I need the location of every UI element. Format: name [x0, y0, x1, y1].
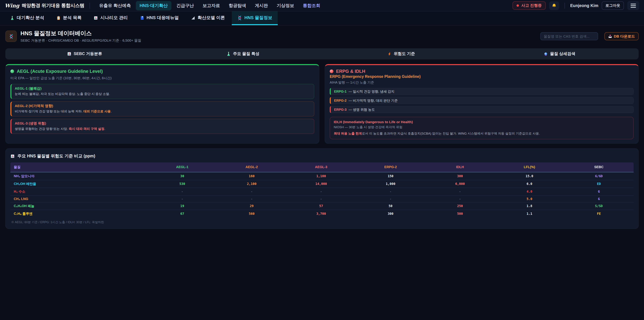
module-tab-bar: 대기확산 분석분석 목록시나리오 관리HNS 대응매뉴얼확산모델 이론HNS 물…	[0, 12, 644, 26]
aegl-panel-title: AEGL (Acute Exposure Guideline Level)	[10, 69, 314, 74]
main-menu-item[interactable]: 보고자료	[199, 1, 224, 10]
erpg-level-list: ERPG-1— 일시적 건강 영향, 냄새 감지ERPG-2— 비가역적 영향,…	[330, 88, 634, 113]
substance-value: 3,700	[286, 210, 356, 217]
table-footnote: ※ AEGL: 60분 기준 / ERPG: 1시간 노출 / IDLH: 30…	[11, 220, 634, 224]
substance-row: H₂ 수소-----4.0G	[10, 188, 634, 195]
main-menu-item[interactable]: 항공탐색	[225, 1, 250, 10]
aegl-panel: AEGL (Acute Exposure Guideline Level) 미국…	[5, 64, 319, 144]
substance-value: 4.0	[495, 188, 564, 195]
main-menu-item[interactable]: 게시판	[251, 1, 272, 10]
main-menu-item[interactable]: 기상정보	[273, 1, 298, 10]
app-root: Wing 해양환경 위기대응 통합시스템 유출유 확산예측HNS·대기확산긴급구…	[0, 0, 644, 320]
logout-button[interactable]: 로그아웃	[602, 1, 624, 10]
content-tab[interactable]: 위험도 기준	[322, 48, 480, 59]
table-column-header: AEGL-3	[286, 162, 356, 172]
substance-value: G/GD	[564, 172, 634, 180]
substance-name: C₆H₅OH 페놀	[10, 202, 148, 210]
bolt-icon	[388, 52, 392, 56]
logo-wordmark: Wing	[5, 3, 19, 9]
app-title: 해양환경 위기대응 통합시스템	[22, 3, 84, 9]
table-column-header: AEGL-1	[148, 162, 217, 172]
substance-name: CH₄ LNG	[10, 195, 148, 202]
aegl-level-name: AEGL-3 (생명 위협)	[15, 121, 310, 126]
content-tab[interactable]: 물질 상세검색	[480, 48, 639, 59]
book-icon	[140, 16, 144, 20]
hamburger-menu-button[interactable]	[627, 1, 639, 10]
substance-value: 1,100	[286, 172, 356, 180]
substance-row: CH₄ LNG-----5.0G	[10, 195, 634, 202]
top-navigation-bar: Wing 해양환경 위기대응 통합시스템 유출유 확산예측HNS·대기확산긴급구…	[0, 0, 644, 12]
main-menu-item[interactable]: 유출유 확산예측	[96, 1, 134, 10]
substance-value: 160	[217, 172, 286, 180]
substance-row: C₆H₅OH 페놀192957502501.8S/SD	[10, 202, 634, 210]
table-column-header: ERPG-2	[356, 162, 425, 172]
erpg-level-label: ERPG-2	[334, 99, 346, 102]
erpg-idlh-panel: ERPG & IDLH ERPG (Emergency Response Pla…	[325, 64, 639, 144]
subnav-tab[interactable]: 분석 목록	[51, 12, 87, 25]
substance-value: FE	[564, 210, 634, 217]
content-tab[interactable]: 주요 물질 특성	[164, 48, 322, 59]
green-dot-icon	[10, 70, 14, 73]
dna-icon	[5, 31, 17, 42]
idlh-box: IDLH (Immediately Dangerous to Life or H…	[330, 117, 634, 139]
substance-value: -	[148, 195, 217, 202]
main-menu-item[interactable]: 통합조회	[299, 1, 324, 10]
substance-search-input[interactable]	[540, 32, 598, 40]
subnav-tab[interactable]: 대기확산 분석	[5, 12, 50, 25]
db-download-button[interactable]: DB 다운로드	[604, 32, 639, 40]
hazard-comparison-table: 물질AEGL-1AEGL-2AEGL-3ERPG-2IDLHLFL(%)SEBC…	[10, 162, 634, 217]
subnav-tab[interactable]: HNS 물질정보	[232, 12, 278, 25]
divider	[564, 3, 565, 9]
aegl-level-item: AEGL-3 (생명 위협)생명을 위협하는 건강 영향 또는 사망. 즉시 대…	[10, 119, 314, 134]
substance-name: C₇H₈ 톨루엔	[10, 210, 148, 217]
substance-value: 530	[148, 180, 217, 188]
ruler-icon	[191, 16, 195, 20]
substance-value: -	[425, 195, 495, 202]
substance-value: 300	[425, 172, 495, 180]
erpg-level-desc: — 생명 위협 농도	[348, 107, 375, 112]
substance-value: ED	[564, 180, 634, 188]
notifications-button[interactable]	[549, 1, 559, 10]
page-title: HNS 물질정보 데이터베이스	[20, 30, 142, 37]
page-subtitle: SEBC 거동분류 · CHRIS/CAMEO DB · AEGL/ERPG/I…	[20, 38, 142, 43]
aegl-level-item: AEGL-1 (불쾌감)눈에 띄는 불쾌감, 자극 또는 비감각적 증상. 노출…	[10, 84, 314, 99]
aegl-level-desc: 생명을 위협하는 건강 영향 또는 사망. 즉시 대피·격리 구역 설정.	[15, 127, 310, 131]
red-dot-icon	[330, 70, 334, 73]
db-download-label: DB 다운로드	[614, 34, 635, 39]
aegl-level-list: AEGL-1 (불쾌감)눈에 띄는 불쾌감, 자극 또는 비감각적 증상. 노출…	[10, 84, 314, 134]
substance-row: NH₃ 암모니아301601,10015030015.0G/GD	[10, 172, 634, 180]
aegl-level-name: AEGL-1 (불쾌감)	[15, 86, 310, 91]
erpg-section-subtitle: AIHA 발행 — 1시간 노출 기준	[330, 80, 634, 85]
subnav-tab[interactable]: 시나리오 관리	[88, 12, 133, 25]
substance-value: G	[564, 188, 634, 195]
erpg-section-title: ERPG (Emergency Response Planning Guidel…	[330, 75, 634, 79]
substance-value: 1,000	[356, 180, 425, 188]
main-menu-item[interactable]: HNS·대기확산	[136, 1, 172, 10]
substance-value: -	[356, 195, 425, 202]
substance-value: 50	[356, 202, 425, 210]
flask-icon	[226, 52, 230, 56]
substance-value: 1.1	[495, 210, 564, 217]
substance-value: 19	[148, 202, 217, 210]
comparison-table-title: 주요 HNS 물질별 위험도 기준 비교 (ppm)	[10, 153, 634, 159]
substance-value: -	[217, 188, 286, 195]
bar-chart-icon	[94, 16, 98, 20]
substance-value: -	[148, 188, 217, 195]
subnav-tab[interactable]: 확산모델 이론	[186, 12, 230, 25]
idlh-description: 최대 허용 노출 한계로서 이 농도를 초과하면 자급식 호흡장치(SCBA) …	[334, 131, 630, 136]
substance-value: -	[217, 195, 286, 202]
substance-value: 2,100	[217, 180, 286, 188]
table-column-header: SEBC	[564, 162, 634, 172]
substance-value: -	[356, 188, 425, 195]
app-logo: Wing 해양환경 위기대응 통합시스템	[5, 3, 84, 9]
orb-icon	[544, 52, 548, 56]
page-header: HNS 물질정보 데이터베이스 SEBC 거동분류 · CHRIS/CAMEO …	[0, 26, 644, 46]
substance-value: 150	[356, 172, 425, 180]
content-tab[interactable]: SEBC 거동분류	[5, 48, 164, 59]
main-menu-item[interactable]: 긴급구난	[173, 1, 198, 10]
substance-value: S/SD	[564, 202, 634, 210]
bar-chart-icon	[10, 154, 15, 158]
user-name: Eunjeong Kim	[570, 3, 598, 8]
erpg-panel-title: ERPG & IDLH	[330, 69, 634, 74]
subnav-tab[interactable]: HNS 대응매뉴얼	[134, 12, 184, 25]
